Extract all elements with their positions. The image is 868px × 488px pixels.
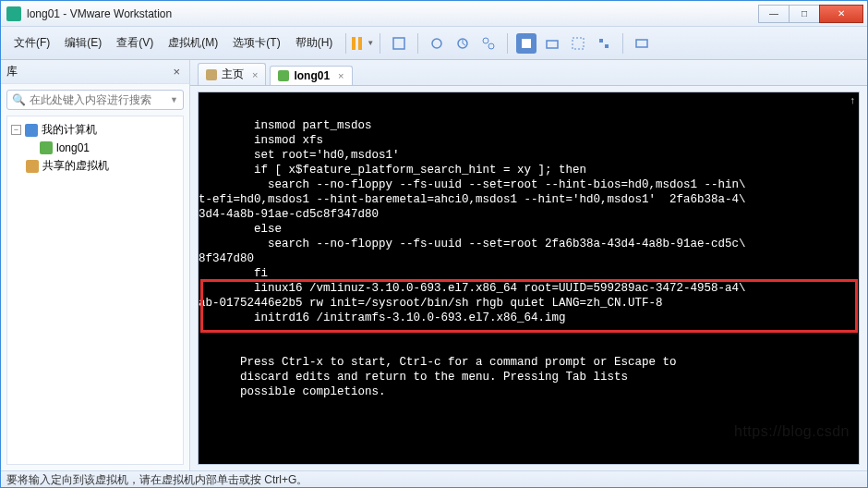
window-controls: — □ ✕ [759,5,863,23]
svg-rect-6 [547,41,558,48]
toolbar-separator [622,33,623,54]
menu-file[interactable]: 文件(F) [6,31,57,55]
svg-rect-8 [599,39,603,43]
tab-label: long01 [294,69,330,82]
app-icon [6,6,21,21]
vm-console[interactable]: ↑ insmod part_msdos insmod xfs set root=… [198,92,860,465]
toolbar-separator [417,33,418,54]
titlebar: long01 - VMware Workstation — □ ✕ [1,1,867,27]
search-icon: 🔍 [12,93,26,106]
window-title: long01 - VMware Workstation [27,7,759,20]
tree-label: long01 [56,141,90,154]
menu-vm[interactable]: 虚拟机(M) [161,31,225,55]
tab-vm-long01[interactable]: long01 × [270,66,352,85]
watermark: https://blog.csdn [734,423,850,440]
search-input-wrap[interactable]: 🔍 ▼ [6,90,184,110]
sidebar-title: 库 [6,64,18,79]
toolbar-separator [380,33,380,54]
sidebar-close-button[interactable]: × [169,65,184,79]
menu-help[interactable]: 帮助(H) [288,31,341,55]
sidebar: 库 × 🔍 ▼ − 我的计算机 long01 共享的虚拟机 [1,60,190,470]
body: 库 × 🔍 ▼ − 我的计算机 long01 共享的虚拟机 [1,60,867,470]
status-text: 要将输入定向到该虚拟机，请在虚拟机内部单击或按 Ctrl+G。 [6,472,307,488]
snapshot-icon[interactable] [427,33,447,54]
toolbar-separator [345,33,346,54]
tree-collapse-icon[interactable]: − [11,125,21,135]
svg-point-1 [432,39,441,48]
view-unity-icon[interactable] [542,33,562,54]
maximize-button[interactable]: □ [789,5,820,23]
snapshot-manager-icon[interactable] [478,33,499,54]
view-console-icon[interactable] [516,33,536,54]
menu-view[interactable]: 查看(V) [109,31,161,55]
tab-label: 主页 [222,67,244,82]
chevron-down-icon: ▼ [367,39,374,47]
home-icon [206,69,217,80]
svg-point-4 [488,43,494,49]
snapshot-revert-icon[interactable] [452,33,473,54]
library-tree: − 我的计算机 long01 共享的虚拟机 [6,116,184,465]
status-bar: 要将输入定向到该虚拟机，请在虚拟机内部单击或按 Ctrl+G。 [1,470,867,488]
svg-rect-7 [573,38,584,49]
shared-icon [26,160,39,173]
seamless-icon[interactable] [594,33,614,54]
search-input[interactable] [30,93,170,106]
computer-icon [25,124,38,137]
pause-button[interactable]: ▼ [352,37,374,50]
vm-icon [40,141,53,154]
svg-point-3 [483,38,488,43]
menu-tabs[interactable]: 选项卡(T) [225,31,287,55]
minimize-button[interactable]: — [758,5,790,23]
svg-rect-5 [522,39,531,48]
menubar: 文件(F) 编辑(E) 查看(V) 虚拟机(M) 选项卡(T) 帮助(H) ▼ [1,27,867,60]
svg-rect-10 [636,40,647,47]
console-output: insmod part_msdos insmod xfs set root='h… [199,92,859,399]
tab-home[interactable]: 主页 × [198,63,266,85]
tab-close-icon[interactable]: × [252,69,258,80]
tree-shared-vms[interactable]: 共享的虚拟机 [9,156,181,176]
vm-icon [278,70,289,81]
menu-edit[interactable]: 编辑(E) [57,31,109,55]
tree-vm-long01[interactable]: long01 [9,140,181,156]
tree-root-mycomputer[interactable]: − 我的计算机 [9,120,181,140]
fullscreen-icon[interactable] [568,33,588,54]
svg-rect-9 [605,44,609,48]
sidebar-header: 库 × [1,60,189,84]
toolbar-icon-1[interactable] [389,33,409,54]
svg-rect-0 [393,38,404,49]
tree-label: 共享的虚拟机 [42,158,109,174]
main-area: 主页 × long01 × ↑ insmod part_msdos insmod… [190,60,867,470]
chevron-down-icon[interactable]: ▼ [170,95,178,104]
toolbar-separator [507,33,508,54]
tab-close-icon[interactable]: × [338,70,344,81]
tabs-row: 主页 × long01 × [190,60,867,86]
close-button[interactable]: ✕ [819,5,863,23]
toolbar-icon-last[interactable] [632,33,652,54]
tree-label: 我的计算机 [42,122,97,138]
